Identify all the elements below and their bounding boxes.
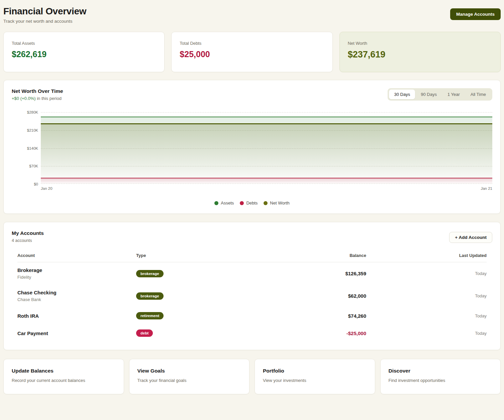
view-goals-card[interactable]: View Goals Track your financial goals bbox=[129, 359, 250, 394]
discover-card[interactable]: Discover Find investment opportunities bbox=[380, 359, 501, 394]
chart-x-axis: Jan 20 Jan 21 bbox=[41, 186, 492, 190]
account-row-car-payment[interactable]: Car Payment debt -$25,000 Today bbox=[17, 324, 487, 342]
y-tick: $140K bbox=[27, 146, 38, 150]
page-header: Financial Overview Track your net worth … bbox=[3, 3, 501, 32]
assets-dot-icon bbox=[214, 201, 218, 205]
chart-title: Net Worth Over Time bbox=[12, 88, 63, 94]
accounts-table: Account Type Balance Last Updated Broker… bbox=[17, 253, 487, 342]
range-tabs: 30 Days 90 Days 1 Year All Time bbox=[388, 88, 492, 101]
y-tick: $0 bbox=[34, 182, 38, 186]
accounts-title: My Accounts bbox=[12, 230, 44, 236]
update-balances-subtitle: Record your current account balances bbox=[12, 378, 116, 383]
account-name-cell: Brokerage Fidelity bbox=[17, 267, 136, 280]
column-header-account: Account bbox=[17, 253, 136, 258]
chart-title-block: Net Worth Over Time +$0 (+0.0%) in this … bbox=[12, 88, 63, 101]
page-subtitle: Track your net worth and accounts bbox=[3, 19, 86, 24]
chart-change-delta: +$0 (+0.0%) bbox=[12, 96, 36, 101]
quick-actions: Update Balances Record your current acco… bbox=[3, 359, 501, 394]
legend-item-networth: Net Worth bbox=[264, 200, 289, 205]
account-balance: -$25,000 bbox=[250, 330, 366, 336]
account-institution: Fidelity bbox=[17, 275, 136, 280]
update-balances-title: Update Balances bbox=[12, 368, 116, 374]
total-debts-value: $25,000 bbox=[180, 49, 324, 59]
total-debts-card: Total Debts $25,000 bbox=[171, 32, 332, 72]
account-type-cell: retirement bbox=[136, 312, 250, 319]
accounts-header: My Accounts 4 accounts + Add Account bbox=[12, 230, 492, 243]
view-goals-subtitle: Track your financial goals bbox=[137, 378, 241, 383]
account-balance: $62,000 bbox=[250, 293, 366, 299]
legend-item-debts: Debts bbox=[240, 200, 258, 205]
net-worth-line bbox=[41, 123, 492, 184]
chart-header: Net Worth Over Time +$0 (+0.0%) in this … bbox=[12, 88, 492, 101]
type-badge: brokerage bbox=[136, 292, 164, 300]
net-worth-label: Net Worth bbox=[348, 41, 492, 46]
summary-cards: Total Assets $262,619 Total Debts $25,00… bbox=[3, 32, 501, 72]
discover-subtitle: Find investment opportunities bbox=[389, 378, 493, 383]
y-tick: $70K bbox=[29, 164, 38, 168]
account-type-cell: brokerage bbox=[136, 270, 250, 277]
range-tab-all-time[interactable]: All Time bbox=[466, 90, 491, 99]
account-type-cell: debt bbox=[136, 329, 250, 337]
range-tab-1-year[interactable]: 1 Year bbox=[442, 90, 465, 99]
chart-change-suffix: in this period bbox=[36, 96, 62, 101]
portfolio-subtitle: View your investments bbox=[263, 378, 367, 383]
total-assets-card: Total Assets $262,619 bbox=[3, 32, 165, 72]
legend-item-assets: Assets bbox=[214, 200, 234, 205]
type-badge: brokerage bbox=[136, 270, 164, 277]
manage-accounts-button[interactable]: Manage Accounts bbox=[450, 8, 501, 20]
account-name: Car Payment bbox=[17, 330, 136, 336]
x-tick-end: Jan 21 bbox=[481, 186, 492, 190]
net-worth-card: Net Worth $237,619 bbox=[339, 32, 501, 72]
account-institution: Chase Bank bbox=[17, 297, 136, 302]
legend-label-debts: Debts bbox=[246, 200, 258, 205]
account-last-updated: Today bbox=[366, 313, 487, 318]
account-name-cell: Roth IRA bbox=[17, 313, 136, 319]
column-header-last-updated: Last Updated bbox=[366, 253, 487, 258]
type-badge: debt bbox=[136, 329, 153, 337]
account-balance: $74,260 bbox=[250, 313, 366, 319]
column-header-type: Type bbox=[136, 253, 250, 258]
account-last-updated: Today bbox=[366, 293, 487, 298]
account-name: Brokerage bbox=[17, 267, 136, 273]
account-row-brokerage[interactable]: Brokerage Fidelity brokerage $126,359 To… bbox=[17, 262, 487, 285]
account-last-updated: Today bbox=[366, 271, 487, 276]
net-worth-chart-card: Net Worth Over Time +$0 (+0.0%) in this … bbox=[3, 80, 501, 214]
account-last-updated: Today bbox=[366, 331, 487, 336]
total-assets-label: Total Assets bbox=[12, 41, 156, 46]
net-worth-dot-icon bbox=[264, 201, 268, 205]
total-assets-value: $262,619 bbox=[12, 49, 156, 59]
my-accounts-card: My Accounts 4 accounts + Add Account Acc… bbox=[3, 222, 501, 350]
x-tick-start: Jan 20 bbox=[41, 186, 53, 190]
header-text: Financial Overview Track your net worth … bbox=[3, 6, 86, 24]
account-row-roth-ira[interactable]: Roth IRA retirement $74,260 Today bbox=[17, 307, 487, 324]
chart-plot-area bbox=[41, 112, 492, 184]
add-account-button[interactable]: + Add Account bbox=[449, 232, 492, 243]
discover-title: Discover bbox=[389, 368, 493, 374]
accounts-title-block: My Accounts 4 accounts bbox=[12, 230, 44, 243]
legend-label-assets: Assets bbox=[221, 200, 234, 205]
debts-dot-icon bbox=[240, 201, 244, 205]
account-balance: $126,359 bbox=[250, 271, 366, 276]
chart-change: +$0 (+0.0%) in this period bbox=[12, 96, 63, 101]
account-name-cell: Car Payment bbox=[17, 330, 136, 336]
range-tab-90-days[interactable]: 90 Days bbox=[416, 90, 442, 99]
accounts-count: 4 accounts bbox=[12, 238, 44, 243]
type-badge: retirement bbox=[136, 312, 164, 319]
accounts-table-header: Account Type Balance Last Updated bbox=[17, 253, 487, 262]
portfolio-card[interactable]: Portfolio View your investments bbox=[255, 359, 375, 394]
net-worth-value: $237,619 bbox=[348, 49, 492, 60]
chart-y-axis: $280K $210K $140K $70K $0 bbox=[12, 112, 41, 184]
chart-plot-wrap: Jan 20 Jan 21 bbox=[41, 112, 492, 190]
account-name-cell: Chase Checking Chase Bank bbox=[17, 290, 136, 302]
account-type-cell: brokerage bbox=[136, 292, 250, 300]
y-tick: $210K bbox=[27, 128, 38, 132]
page-title: Financial Overview bbox=[3, 6, 86, 17]
chart-body: $280K $210K $140K $70K $0 Jan 20 Jan 21 bbox=[12, 112, 492, 190]
update-balances-card[interactable]: Update Balances Record your current acco… bbox=[3, 359, 124, 394]
range-tab-30-days[interactable]: 30 Days bbox=[389, 90, 415, 99]
account-row-chase-checking[interactable]: Chase Checking Chase Bank brokerage $62,… bbox=[17, 285, 487, 307]
account-name: Chase Checking bbox=[17, 290, 136, 295]
debts-line bbox=[41, 178, 492, 184]
legend-label-networth: Net Worth bbox=[270, 200, 289, 205]
total-debts-label: Total Debts bbox=[180, 41, 324, 46]
